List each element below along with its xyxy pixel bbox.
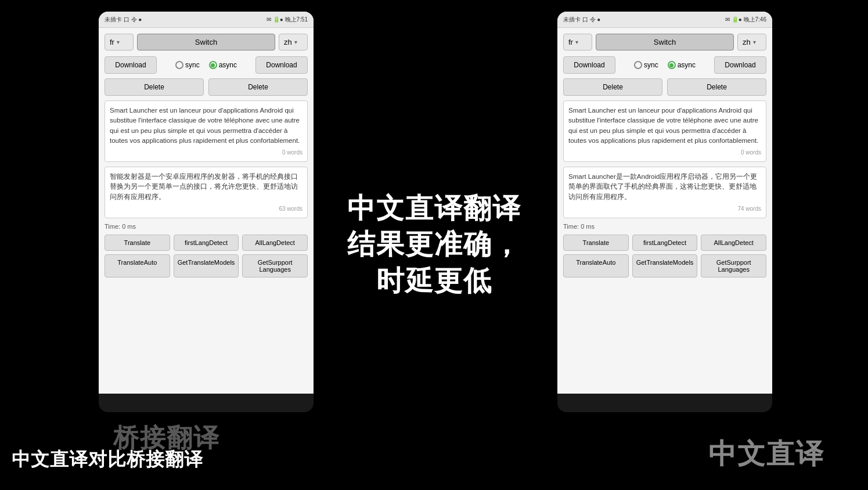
- translated-text-right: Smart Launcher是一款Android应用程序启动器，它用另一个更简单…: [563, 167, 766, 218]
- time-label-right: Time: 0 ms: [563, 223, 766, 230]
- radio-async-right[interactable]: async: [668, 61, 696, 69]
- translateauto-btn-right[interactable]: TranslateAuto: [563, 254, 629, 278]
- source-word-count-left: 0 words: [110, 148, 302, 157]
- alllangdetect-btn-right[interactable]: AllLangDetect: [701, 235, 766, 251]
- btn-row2-right: TranslateAuto GetTranslateModels GetSurp…: [563, 254, 766, 278]
- bottom-label-right: 中文直译: [708, 435, 824, 473]
- delete-row-right: Delete Delete: [563, 78, 766, 96]
- getsurpport-btn-right[interactable]: GetSurpport Languages: [701, 254, 766, 278]
- radio-async-circle-left: [209, 61, 217, 69]
- alllangdetect-btn-left[interactable]: AllLangDetect: [242, 235, 308, 251]
- translate-btn-right[interactable]: Translate: [563, 235, 629, 251]
- getsurpport-btn-left[interactable]: GetSurpport Languages: [242, 254, 308, 278]
- center-overlay: 中文直译翻译 结果更准确， 时延更低: [347, 190, 521, 299]
- switch-button-right[interactable]: Switch: [596, 34, 734, 51]
- center-title-line3: 时延更低: [347, 263, 521, 299]
- firstlangdetect-btn-left[interactable]: firstLangDetect: [174, 235, 239, 251]
- download-right-btn-left[interactable]: Download: [255, 56, 308, 74]
- download-left-btn-left[interactable]: Download: [105, 56, 157, 74]
- radio-async-left[interactable]: async: [209, 61, 237, 69]
- chevron-down-icon: ▾: [294, 39, 297, 45]
- time-label-left: Time: 0 ms: [105, 223, 308, 230]
- center-title-line2: 结果更准确，: [347, 227, 521, 263]
- delete-left-btn-left[interactable]: Delete: [105, 78, 204, 96]
- status-left-text-right: 未插卡 口 令 ●: [563, 16, 600, 24]
- radio-async-circle-right: [668, 61, 676, 69]
- radio-sync-right[interactable]: sync: [634, 61, 658, 69]
- status-right-text-right: ✉ 🔋● 晚上7:46: [725, 16, 766, 24]
- translateauto-btn-left[interactable]: TranslateAuto: [105, 254, 170, 278]
- gettranslatemodels-btn-left[interactable]: GetTranslateModels: [174, 254, 239, 278]
- lang-selector-row-left: fr ▾ Switch zh ▾: [105, 34, 308, 51]
- delete-right-btn-right[interactable]: Delete: [667, 78, 766, 96]
- radio-sync-circle-left: [175, 61, 183, 69]
- lang-to-left[interactable]: zh ▾: [279, 34, 308, 51]
- translated-text-left: 智能发射器是一个安卓应用程序的发射器，将手机的经典接口替换为另一个更简单一点的接…: [105, 167, 308, 218]
- source-word-count-right: 0 words: [568, 148, 761, 157]
- radio-sync-circle-right: [634, 61, 642, 69]
- status-bar-right: 未插卡 口 令 ● ✉ 🔋● 晚上7:46: [557, 12, 772, 28]
- source-text-left: Smart Launcher est un lanceur pour d'app…: [105, 100, 308, 162]
- btn-row1-right: Translate firstLangDetect AllLangDetect: [563, 235, 766, 251]
- status-left-text: 未插卡 口 令 ●: [105, 16, 142, 24]
- btn-row2-left: TranslateAuto GetTranslateModels GetSurp…: [105, 254, 308, 278]
- btn-row1-left: Translate firstLangDetect AllLangDetect: [105, 235, 308, 251]
- delete-row-left: Delete Delete: [105, 78, 308, 96]
- chevron-down-icon: ▾: [117, 39, 120, 45]
- chevron-down-icon: ▾: [753, 39, 756, 45]
- status-right-text: ✉ 🔋● 晚上7:51: [266, 16, 308, 24]
- bottom-label-bridge: 桥接翻译: [113, 421, 220, 455]
- chevron-down-icon: ▾: [575, 39, 578, 45]
- source-text-right: Smart Launcher est un lanceur pour d'app…: [563, 100, 766, 162]
- lang-selector-row-right: fr ▾ Switch zh ▾: [563, 34, 766, 51]
- gettranslatemodels-btn-right[interactable]: GetTranslateModels: [632, 254, 698, 278]
- phone-right: 未插卡 口 令 ● ✉ 🔋● 晚上7:46 fr ▾ Switch zh ▾ D…: [557, 12, 772, 412]
- switch-button-left[interactable]: Switch: [137, 34, 275, 51]
- radio-sync-left[interactable]: sync: [175, 61, 200, 69]
- status-bar-left: 未插卡 口 令 ● ✉ 🔋● 晚上7:51: [99, 12, 314, 28]
- phone-left: 未插卡 口 令 ● ✉ 🔋● 晚上7:51 fr ▾ Switch zh ▾ D…: [99, 12, 314, 412]
- download-left-btn-right[interactable]: Download: [563, 56, 615, 74]
- delete-right-btn-left[interactable]: Delete: [208, 78, 308, 96]
- translate-btn-left[interactable]: Translate: [105, 235, 170, 251]
- translated-word-count-right: 74 words: [568, 204, 761, 213]
- translated-word-count-left: 63 words: [110, 204, 302, 213]
- download-right-btn-right[interactable]: Download: [714, 56, 766, 74]
- firstlangdetect-btn-right[interactable]: firstLangDetect: [632, 235, 698, 251]
- delete-left-btn-right[interactable]: Delete: [563, 78, 662, 96]
- lang-from-left[interactable]: fr ▾: [105, 34, 134, 51]
- lang-from-right[interactable]: fr ▾: [563, 34, 592, 51]
- center-title-line1: 中文直译翻译: [347, 190, 521, 226]
- lang-to-right[interactable]: zh ▾: [737, 34, 766, 51]
